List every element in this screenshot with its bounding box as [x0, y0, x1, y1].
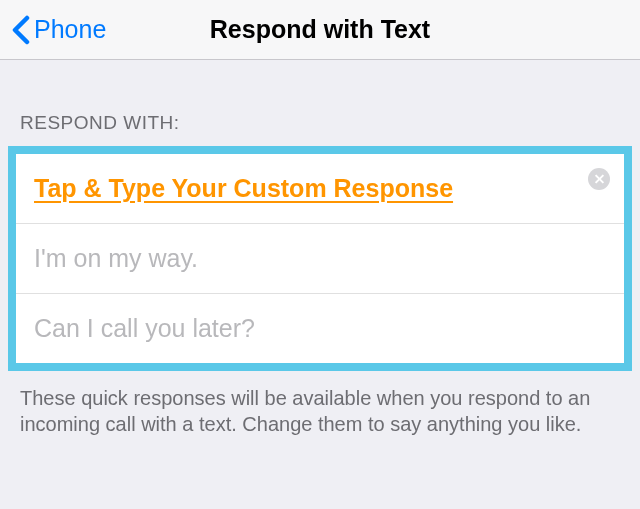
preset-response-text: I'm on my way. — [34, 244, 198, 272]
content-area: RESPOND WITH: Tap & Type Your Custom Res… — [0, 60, 640, 451]
custom-response-row[interactable]: Tap & Type Your Custom Response — [16, 154, 624, 224]
preset-response-text: Can I call you later? — [34, 314, 255, 342]
section-header: RESPOND WITH: — [0, 112, 640, 146]
preset-response-row[interactable]: I'm on my way. — [16, 224, 624, 294]
back-button[interactable]: Phone — [0, 15, 106, 45]
clear-text-icon[interactable] — [588, 168, 610, 190]
responses-list: Tap & Type Your Custom Response I'm on m… — [8, 146, 632, 371]
page-title: Respond with Text — [210, 15, 430, 44]
custom-response-label: Tap & Type Your Custom Response — [34, 174, 453, 202]
preset-response-row[interactable]: Can I call you later? — [16, 294, 624, 363]
chevron-left-icon — [12, 15, 30, 45]
footer-description: These quick responses will be available … — [0, 371, 640, 451]
back-label: Phone — [34, 15, 106, 44]
nav-header: Phone Respond with Text — [0, 0, 640, 60]
